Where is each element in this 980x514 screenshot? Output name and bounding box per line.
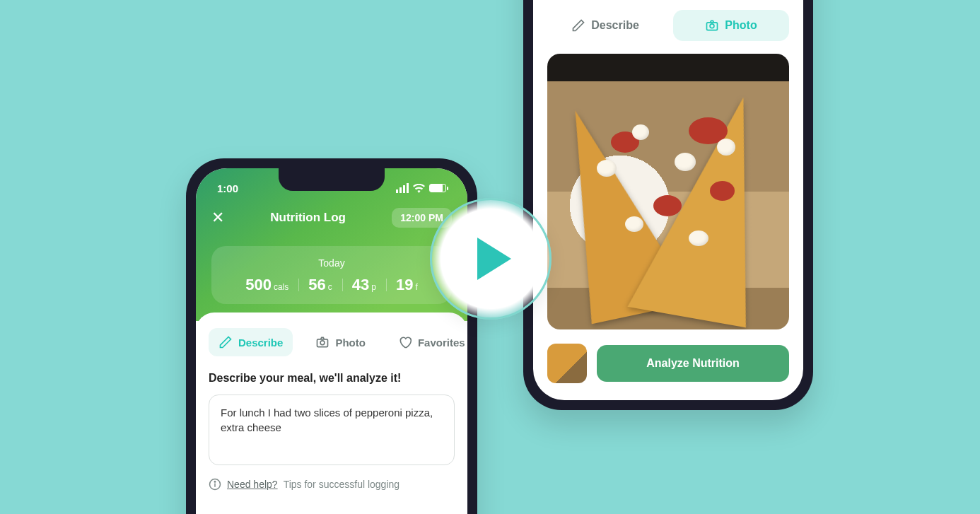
tab-photo[interactable]: Photo <box>305 328 375 356</box>
meal-photo[interactable] <box>547 54 789 329</box>
close-icon[interactable]: ✕ <box>211 209 224 227</box>
tab-label: Photo <box>725 19 757 32</box>
summary-card: Today 500cals 56c 43p 19f <box>211 246 452 304</box>
meal-description-input[interactable]: For lunch I had two slices of pepperoni … <box>209 395 455 465</box>
signal-icon <box>396 183 409 193</box>
photo-thumbnail[interactable] <box>547 344 587 383</box>
svg-point-1 <box>320 341 325 345</box>
tab-label: Favorites <box>418 337 465 349</box>
tab-label: Describe <box>591 19 639 32</box>
phone-mock-left: 1:00 ✕ Nutrition Log 12:00 PM Today 500c <box>186 158 477 514</box>
metric-cals: 500cals <box>235 276 298 294</box>
page-title: Nutrition Log <box>270 211 346 225</box>
tab-photo[interactable]: Photo <box>673 10 789 41</box>
svg-point-4 <box>214 481 216 483</box>
wifi-icon <box>413 184 425 193</box>
svg-point-6 <box>710 24 714 28</box>
tab-favorites[interactable]: Favorites <box>388 328 467 356</box>
pencil-icon <box>218 335 233 349</box>
metric-fat: 19f <box>386 276 428 294</box>
help-link[interactable]: Need help? <box>227 479 278 490</box>
tab-describe[interactable]: Describe <box>547 10 663 41</box>
phone-mock-right: Describe Photo <box>523 0 813 410</box>
info-icon <box>209 478 221 491</box>
tab-describe[interactable]: Describe <box>209 328 293 356</box>
describe-prompt: Describe your meal, we'll analyze it! <box>209 372 455 385</box>
camera-icon <box>315 335 329 349</box>
status-time: 1:00 <box>217 182 238 194</box>
tab-label: Describe <box>238 337 283 349</box>
camera-icon <box>705 18 719 33</box>
pencil-icon <box>571 18 585 33</box>
battery-icon <box>429 184 446 192</box>
analyze-nutrition-button[interactable]: Analyze Nutrition <box>597 345 789 382</box>
metric-carbs: 56c <box>298 276 342 294</box>
phone-notch <box>279 168 385 191</box>
metric-protein: 43p <box>342 276 386 294</box>
summary-label: Today <box>218 257 445 269</box>
play-video-button[interactable] <box>430 198 552 320</box>
help-tail: Tips for successful logging <box>284 479 399 490</box>
help-row[interactable]: Need help? Tips for successful logging <box>209 478 455 491</box>
tab-label: Photo <box>335 337 366 349</box>
heart-icon <box>398 335 412 349</box>
